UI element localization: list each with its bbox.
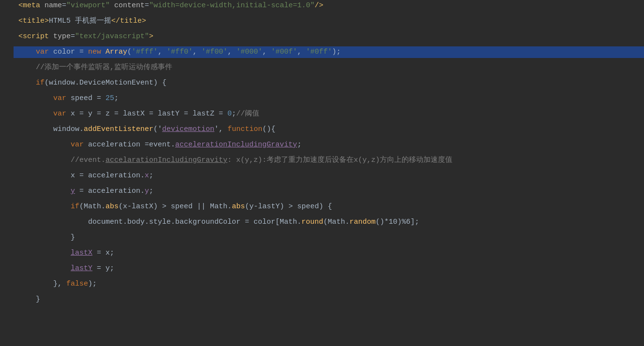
- code-token: addEventListener: [84, 125, 153, 133]
- code-token: [40, 1, 45, 10]
- code-token: lastY: [71, 264, 92, 273]
- code-token: = y;: [92, 264, 114, 273]
- code-token: ;: [114, 94, 119, 102]
- code-token: name: [45, 1, 62, 10]
- line-code: //event.accelarationIncludingGravity: x(…: [14, 155, 644, 166]
- code-line: var x = y = z = lastX = lastY = lastZ = …: [0, 108, 644, 124]
- code-token: >: [149, 32, 153, 41]
- code-token: = x;: [92, 249, 114, 257]
- code-token: x: [145, 172, 149, 180]
- code-token: [101, 48, 105, 56]
- code-token: //阈值: [236, 110, 259, 118]
- code-token: document.body.style.backgroundColor = co…: [18, 218, 301, 226]
- code-token: );: [332, 48, 341, 56]
- code-token: ;: [297, 141, 301, 149]
- code-token: Array: [105, 48, 127, 56]
- code-token: : x(y,z):考虑了重力加速度后设备在x(y,z)方向上的移动加速度值: [227, 156, 452, 164]
- code-token: random: [349, 218, 375, 226]
- code-token: new: [88, 48, 101, 56]
- code-token: var: [36, 48, 49, 56]
- code-token: false: [66, 280, 88, 288]
- code-token: ;: [232, 110, 236, 118]
- code-line: y = acceleration.y;: [0, 186, 644, 201]
- code-token: [18, 141, 71, 149]
- code-token: ;: [149, 172, 153, 180]
- code-token: if: [71, 202, 79, 211]
- code-line: x = acceleration.x;: [0, 170, 644, 186]
- line-code: x = acceleration.x;: [14, 170, 644, 182]
- line-code: <title>HTML5 手机摇一摇</title>: [14, 15, 644, 27]
- code-token: ()*10)%6];: [375, 218, 419, 226]
- code-token: =: [145, 1, 149, 10]
- code-token: <title>: [18, 17, 49, 25]
- code-token: [18, 48, 36, 56]
- line-code: var speed = 25;: [14, 93, 644, 104]
- code-token: x = y = z = lastX = lastY = lastZ =: [66, 110, 227, 118]
- code-token: '#000': [236, 48, 262, 56]
- code-token: round: [301, 218, 323, 226]
- code-token: =: [62, 1, 66, 10]
- code-token: window.: [18, 125, 84, 133]
- code-line: document.body.style.backgroundColor = co…: [0, 216, 644, 232]
- code-token: (x-lastX) > speed || Math.: [119, 202, 232, 211]
- code-token: abs: [105, 202, 119, 211]
- line-code: lastY = y;: [14, 263, 644, 274]
- code-editor: <meta name="viewport" content="width=dev…: [0, 0, 644, 346]
- code-token: ;: [149, 187, 153, 195]
- code-token: [18, 187, 71, 195]
- code-token: ,: [227, 48, 236, 56]
- line-code: <script type="text/javascript">: [14, 31, 644, 43]
- code-token: y: [145, 187, 149, 195]
- code-token: '#fff': [132, 48, 158, 56]
- code-token: ,: [262, 48, 271, 56]
- code-token: function: [227, 125, 262, 133]
- code-line: lastX = x;: [0, 247, 644, 263]
- code-token: (y-lastY) > speed) {: [245, 202, 332, 211]
- code-token: [18, 156, 71, 164]
- code-token: y: [71, 187, 75, 195]
- code-token: ',: [214, 125, 227, 133]
- code-line: <title>HTML5 手机摇一摇</title>: [0, 15, 644, 31]
- code-token: =: [71, 32, 75, 41]
- code-token: 0: [227, 110, 232, 118]
- code-token: (window.DeviceMotionEvent) {: [45, 79, 166, 87]
- code-token: devicemotion: [162, 125, 214, 133]
- code-line: }: [0, 232, 644, 247]
- code-token: var: [71, 141, 84, 149]
- code-line: //event.accelarationIncludingGravity: x(…: [0, 155, 644, 170]
- line-code: var x = y = z = lastX = lastY = lastZ = …: [14, 108, 644, 120]
- line-code: }: [14, 232, 644, 244]
- code-token: ,: [297, 48, 306, 56]
- code-token: '#00f': [271, 48, 297, 56]
- code-line: var speed = 25;: [0, 93, 644, 108]
- code-token: (: [127, 48, 132, 56]
- code-token: "width=device-width,initial-scale=1.0": [149, 1, 315, 10]
- line-code: }: [14, 294, 644, 305]
- code-token: );: [88, 280, 97, 288]
- code-line: window.addEventListener('devicemotion', …: [0, 124, 644, 139]
- code-token: />: [315, 1, 323, 10]
- line-code: }, false);: [14, 278, 644, 290]
- code-token: accelarationIncludingGravity: [105, 156, 227, 164]
- code-token: [18, 249, 71, 257]
- code-token: <meta: [18, 1, 40, 10]
- code-line: var acceleration =event.accelerationIncl…: [0, 139, 644, 155]
- code-token: var: [53, 110, 66, 118]
- code-token: var: [53, 94, 66, 102]
- code-token: type: [53, 32, 71, 41]
- code-token: [18, 94, 53, 102]
- code-token: }: [18, 295, 40, 303]
- line-code: var color = new Array('#fff', '#ff0', '#…: [14, 46, 644, 58]
- code-token: (Math.: [323, 218, 349, 226]
- code-token: ,: [158, 48, 166, 56]
- line-code: lastX = x;: [14, 247, 644, 259]
- line-code: document.body.style.backgroundColor = co…: [14, 216, 644, 228]
- code-token: '#f00': [201, 48, 227, 56]
- line-code: //添加一个事件监听器,监听运动传感事件: [14, 62, 644, 73]
- code-token: accelerationIncludingGravity: [175, 141, 297, 149]
- code-token: = acceleration.: [75, 187, 145, 195]
- code-token: if: [36, 79, 45, 87]
- code-token: [18, 202, 71, 211]
- code-token: //event.: [71, 156, 105, 164]
- code-token: }: [18, 233, 75, 242]
